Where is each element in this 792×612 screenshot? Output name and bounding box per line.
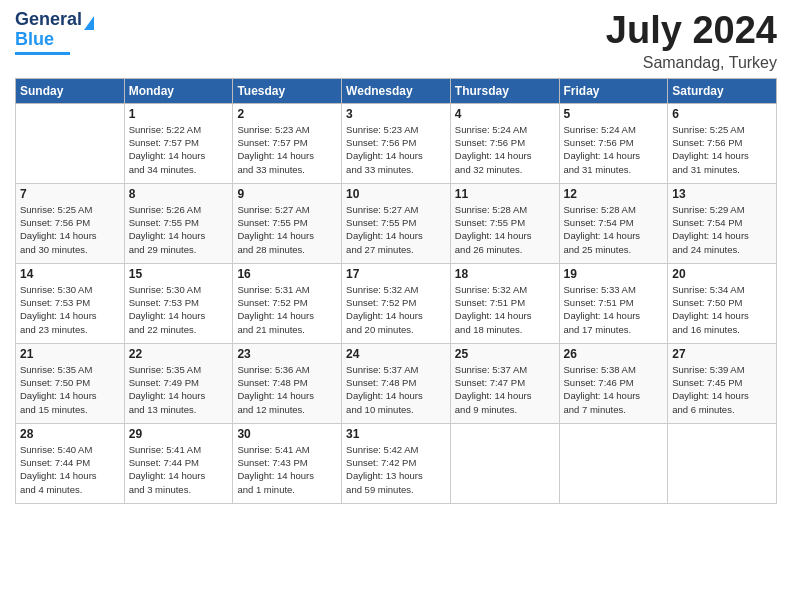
calendar-cell: 31Sunrise: 5:42 AM Sunset: 7:42 PM Dayli… — [342, 423, 451, 503]
weekday-header-thursday: Thursday — [450, 78, 559, 103]
day-info: Sunrise: 5:31 AM Sunset: 7:52 PM Dayligh… — [237, 283, 337, 336]
location-title: Samandag, Turkey — [606, 54, 777, 72]
day-number: 24 — [346, 347, 446, 361]
day-number: 4 — [455, 107, 555, 121]
calendar-cell: 7Sunrise: 5:25 AM Sunset: 7:56 PM Daylig… — [16, 183, 125, 263]
day-info: Sunrise: 5:33 AM Sunset: 7:51 PM Dayligh… — [564, 283, 664, 336]
day-number: 30 — [237, 427, 337, 441]
day-number: 21 — [20, 347, 120, 361]
calendar-cell: 19Sunrise: 5:33 AM Sunset: 7:51 PM Dayli… — [559, 263, 668, 343]
calendar-cell: 30Sunrise: 5:41 AM Sunset: 7:43 PM Dayli… — [233, 423, 342, 503]
header: General Blue July 2024 Samandag, Turkey — [15, 10, 777, 72]
calendar-cell: 5Sunrise: 5:24 AM Sunset: 7:56 PM Daylig… — [559, 103, 668, 183]
calendar-week-2: 7Sunrise: 5:25 AM Sunset: 7:56 PM Daylig… — [16, 183, 777, 263]
calendar-cell: 6Sunrise: 5:25 AM Sunset: 7:56 PM Daylig… — [668, 103, 777, 183]
calendar-cell: 27Sunrise: 5:39 AM Sunset: 7:45 PM Dayli… — [668, 343, 777, 423]
day-info: Sunrise: 5:28 AM Sunset: 7:55 PM Dayligh… — [455, 203, 555, 256]
calendar-week-1: 1Sunrise: 5:22 AM Sunset: 7:57 PM Daylig… — [16, 103, 777, 183]
day-info: Sunrise: 5:24 AM Sunset: 7:56 PM Dayligh… — [564, 123, 664, 176]
day-info: Sunrise: 5:41 AM Sunset: 7:44 PM Dayligh… — [129, 443, 229, 496]
day-info: Sunrise: 5:25 AM Sunset: 7:56 PM Dayligh… — [672, 123, 772, 176]
day-info: Sunrise: 5:37 AM Sunset: 7:48 PM Dayligh… — [346, 363, 446, 416]
day-info: Sunrise: 5:28 AM Sunset: 7:54 PM Dayligh… — [564, 203, 664, 256]
day-number: 9 — [237, 187, 337, 201]
day-number: 15 — [129, 267, 229, 281]
calendar-cell: 16Sunrise: 5:31 AM Sunset: 7:52 PM Dayli… — [233, 263, 342, 343]
calendar-cell: 3Sunrise: 5:23 AM Sunset: 7:56 PM Daylig… — [342, 103, 451, 183]
day-number: 10 — [346, 187, 446, 201]
weekday-header-row: SundayMondayTuesdayWednesdayThursdayFrid… — [16, 78, 777, 103]
day-info: Sunrise: 5:41 AM Sunset: 7:43 PM Dayligh… — [237, 443, 337, 496]
calendar-cell — [559, 423, 668, 503]
calendar-cell: 25Sunrise: 5:37 AM Sunset: 7:47 PM Dayli… — [450, 343, 559, 423]
day-info: Sunrise: 5:24 AM Sunset: 7:56 PM Dayligh… — [455, 123, 555, 176]
calendar-cell: 18Sunrise: 5:32 AM Sunset: 7:51 PM Dayli… — [450, 263, 559, 343]
day-number: 20 — [672, 267, 772, 281]
calendar-cell: 11Sunrise: 5:28 AM Sunset: 7:55 PM Dayli… — [450, 183, 559, 263]
calendar-cell: 2Sunrise: 5:23 AM Sunset: 7:57 PM Daylig… — [233, 103, 342, 183]
weekday-header-monday: Monday — [124, 78, 233, 103]
day-info: Sunrise: 5:42 AM Sunset: 7:42 PM Dayligh… — [346, 443, 446, 496]
calendar-week-4: 21Sunrise: 5:35 AM Sunset: 7:50 PM Dayli… — [16, 343, 777, 423]
day-number: 16 — [237, 267, 337, 281]
day-number: 8 — [129, 187, 229, 201]
logo: General Blue — [15, 10, 94, 55]
calendar-cell: 28Sunrise: 5:40 AM Sunset: 7:44 PM Dayli… — [16, 423, 125, 503]
day-number: 17 — [346, 267, 446, 281]
day-number: 5 — [564, 107, 664, 121]
calendar-cell: 15Sunrise: 5:30 AM Sunset: 7:53 PM Dayli… — [124, 263, 233, 343]
logo-underline — [15, 52, 70, 55]
day-info: Sunrise: 5:32 AM Sunset: 7:51 PM Dayligh… — [455, 283, 555, 336]
day-number: 22 — [129, 347, 229, 361]
day-number: 25 — [455, 347, 555, 361]
calendar-cell: 8Sunrise: 5:26 AM Sunset: 7:55 PM Daylig… — [124, 183, 233, 263]
weekday-header-tuesday: Tuesday — [233, 78, 342, 103]
calendar-cell: 1Sunrise: 5:22 AM Sunset: 7:57 PM Daylig… — [124, 103, 233, 183]
day-info: Sunrise: 5:25 AM Sunset: 7:56 PM Dayligh… — [20, 203, 120, 256]
day-info: Sunrise: 5:27 AM Sunset: 7:55 PM Dayligh… — [346, 203, 446, 256]
day-number: 28 — [20, 427, 120, 441]
calendar-cell: 17Sunrise: 5:32 AM Sunset: 7:52 PM Dayli… — [342, 263, 451, 343]
page: General Blue July 2024 Samandag, Turkey … — [0, 0, 792, 612]
day-info: Sunrise: 5:34 AM Sunset: 7:50 PM Dayligh… — [672, 283, 772, 336]
calendar-cell: 4Sunrise: 5:24 AM Sunset: 7:56 PM Daylig… — [450, 103, 559, 183]
day-info: Sunrise: 5:36 AM Sunset: 7:48 PM Dayligh… — [237, 363, 337, 416]
day-info: Sunrise: 5:39 AM Sunset: 7:45 PM Dayligh… — [672, 363, 772, 416]
calendar-cell: 13Sunrise: 5:29 AM Sunset: 7:54 PM Dayli… — [668, 183, 777, 263]
calendar-cell: 24Sunrise: 5:37 AM Sunset: 7:48 PM Dayli… — [342, 343, 451, 423]
calendar-cell: 21Sunrise: 5:35 AM Sunset: 7:50 PM Dayli… — [16, 343, 125, 423]
day-number: 2 — [237, 107, 337, 121]
month-title: July 2024 — [606, 10, 777, 52]
calendar-cell: 23Sunrise: 5:36 AM Sunset: 7:48 PM Dayli… — [233, 343, 342, 423]
logo-blue-text: Blue — [15, 30, 54, 50]
weekday-header-saturday: Saturday — [668, 78, 777, 103]
day-number: 11 — [455, 187, 555, 201]
day-info: Sunrise: 5:29 AM Sunset: 7:54 PM Dayligh… — [672, 203, 772, 256]
calendar-week-3: 14Sunrise: 5:30 AM Sunset: 7:53 PM Dayli… — [16, 263, 777, 343]
calendar-table: SundayMondayTuesdayWednesdayThursdayFrid… — [15, 78, 777, 504]
day-info: Sunrise: 5:38 AM Sunset: 7:46 PM Dayligh… — [564, 363, 664, 416]
day-number: 29 — [129, 427, 229, 441]
weekday-header-friday: Friday — [559, 78, 668, 103]
calendar-cell: 22Sunrise: 5:35 AM Sunset: 7:49 PM Dayli… — [124, 343, 233, 423]
calendar-week-5: 28Sunrise: 5:40 AM Sunset: 7:44 PM Dayli… — [16, 423, 777, 503]
calendar-cell: 9Sunrise: 5:27 AM Sunset: 7:55 PM Daylig… — [233, 183, 342, 263]
calendar-cell: 12Sunrise: 5:28 AM Sunset: 7:54 PM Dayli… — [559, 183, 668, 263]
day-number: 19 — [564, 267, 664, 281]
day-number: 3 — [346, 107, 446, 121]
calendar-cell — [450, 423, 559, 503]
day-number: 1 — [129, 107, 229, 121]
calendar-cell — [668, 423, 777, 503]
day-number: 6 — [672, 107, 772, 121]
day-number: 13 — [672, 187, 772, 201]
calendar-cell: 14Sunrise: 5:30 AM Sunset: 7:53 PM Dayli… — [16, 263, 125, 343]
day-info: Sunrise: 5:35 AM Sunset: 7:49 PM Dayligh… — [129, 363, 229, 416]
day-info: Sunrise: 5:26 AM Sunset: 7:55 PM Dayligh… — [129, 203, 229, 256]
logo-triangle-icon — [84, 16, 94, 30]
day-number: 14 — [20, 267, 120, 281]
day-info: Sunrise: 5:27 AM Sunset: 7:55 PM Dayligh… — [237, 203, 337, 256]
weekday-header-sunday: Sunday — [16, 78, 125, 103]
day-info: Sunrise: 5:30 AM Sunset: 7:53 PM Dayligh… — [129, 283, 229, 336]
day-number: 23 — [237, 347, 337, 361]
calendar-cell: 26Sunrise: 5:38 AM Sunset: 7:46 PM Dayli… — [559, 343, 668, 423]
